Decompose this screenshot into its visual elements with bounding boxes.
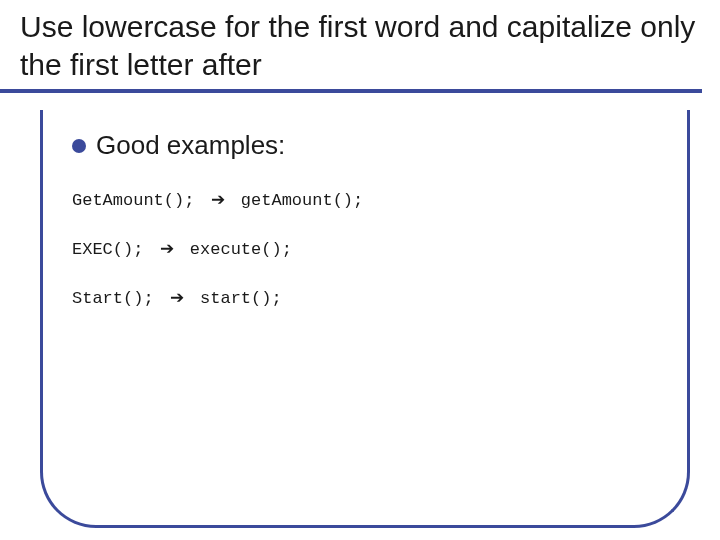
arrow-icon: ➔ xyxy=(170,287,184,308)
example-before: GetAmount(); xyxy=(72,191,194,210)
slide-title: Use lowercase for the first word and cap… xyxy=(20,8,700,83)
example-row: GetAmount(); ➔ getAmount(); xyxy=(72,189,670,210)
bullet-good-examples: Good examples: xyxy=(72,130,670,161)
slide-title-area: Use lowercase for the first word and cap… xyxy=(0,0,720,87)
bullet-label: Good examples: xyxy=(96,130,285,161)
example-row: EXEC(); ➔ execute(); xyxy=(72,238,670,259)
example-after: start(); xyxy=(200,289,282,308)
title-underline xyxy=(0,89,702,93)
slide-content: Good examples: GetAmount(); ➔ getAmount(… xyxy=(72,130,670,336)
arrow-icon: ➔ xyxy=(211,189,225,210)
example-after: execute(); xyxy=(190,240,292,259)
example-before: EXEC(); xyxy=(72,240,143,259)
example-row: Start(); ➔ start(); xyxy=(72,287,670,308)
example-after: getAmount(); xyxy=(241,191,363,210)
arrow-icon: ➔ xyxy=(160,238,174,259)
example-before: Start(); xyxy=(72,289,154,308)
bullet-icon xyxy=(72,139,86,153)
